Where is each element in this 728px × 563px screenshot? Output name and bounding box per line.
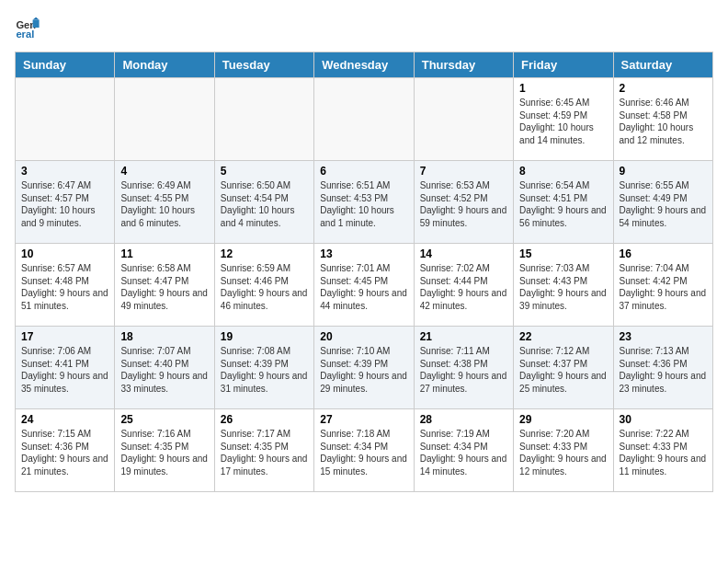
day-info: Sunrise: 7:10 AM Sunset: 4:39 PM Dayligh… — [320, 345, 407, 395]
calendar-cell — [414, 78, 513, 161]
col-header-tuesday: Tuesday — [214, 52, 313, 78]
day-info: Sunrise: 6:57 AM Sunset: 4:48 PM Dayligh… — [21, 262, 108, 312]
calendar-cell: 3Sunrise: 6:47 AM Sunset: 4:57 PM Daylig… — [16, 161, 115, 244]
svg-marker-3 — [33, 17, 40, 20]
day-info: Sunrise: 7:15 AM Sunset: 4:36 PM Dayligh… — [21, 428, 108, 477]
calendar-cell: 17Sunrise: 7:06 AM Sunset: 4:41 PM Dayli… — [16, 327, 115, 409]
calendar-table: SundayMondayTuesdayWednesdayThursdayFrid… — [15, 52, 713, 492]
day-info: Sunrise: 6:53 AM Sunset: 4:52 PM Dayligh… — [420, 179, 507, 229]
day-info: Sunrise: 6:55 AM Sunset: 4:49 PM Dayligh… — [620, 179, 707, 229]
day-info: Sunrise: 6:58 AM Sunset: 4:47 PM Dayligh… — [120, 262, 208, 312]
calendar-header-row: SundayMondayTuesdayWednesdayThursdayFrid… — [16, 52, 713, 78]
day-number: 12 — [221, 247, 308, 260]
day-number: 25 — [120, 413, 208, 426]
calendar-cell — [314, 78, 414, 161]
calendar-cell: 13Sunrise: 7:01 AM Sunset: 4:45 PM Dayli… — [314, 244, 414, 327]
day-info: Sunrise: 7:04 AM Sunset: 4:42 PM Dayligh… — [620, 262, 707, 312]
calendar-week-row: 17Sunrise: 7:06 AM Sunset: 4:41 PM Dayli… — [16, 327, 713, 409]
day-info: Sunrise: 7:13 AM Sunset: 4:36 PM Dayligh… — [620, 345, 707, 395]
day-info: Sunrise: 7:01 AM Sunset: 4:45 PM Dayligh… — [320, 262, 407, 312]
page-header: Gen eral — [15, 15, 713, 40]
col-header-sunday: Sunday — [16, 52, 115, 78]
calendar-cell: 21Sunrise: 7:11 AM Sunset: 4:38 PM Dayli… — [414, 327, 513, 409]
calendar-cell: 10Sunrise: 6:57 AM Sunset: 4:48 PM Dayli… — [16, 244, 115, 327]
calendar-week-row: 3Sunrise: 6:47 AM Sunset: 4:57 PM Daylig… — [16, 161, 713, 244]
day-number: 2 — [620, 82, 707, 95]
day-number: 6 — [320, 165, 407, 178]
calendar-cell: 16Sunrise: 7:04 AM Sunset: 4:42 PM Dayli… — [613, 244, 712, 327]
calendar-cell: 1Sunrise: 6:45 AM Sunset: 4:59 PM Daylig… — [514, 78, 613, 161]
calendar-cell — [115, 78, 214, 161]
calendar-cell: 20Sunrise: 7:10 AM Sunset: 4:39 PM Dayli… — [314, 327, 414, 409]
day-number: 30 — [620, 413, 707, 426]
day-info: Sunrise: 7:11 AM Sunset: 4:38 PM Dayligh… — [420, 345, 507, 395]
day-info: Sunrise: 7:02 AM Sunset: 4:44 PM Dayligh… — [420, 262, 507, 312]
calendar-week-row: 24Sunrise: 7:15 AM Sunset: 4:36 PM Dayli… — [16, 409, 713, 492]
calendar-cell: 4Sunrise: 6:49 AM Sunset: 4:55 PM Daylig… — [115, 161, 214, 244]
day-number: 23 — [620, 330, 707, 343]
day-info: Sunrise: 7:22 AM Sunset: 4:33 PM Dayligh… — [620, 428, 707, 477]
logo-icon: Gen eral — [15, 15, 40, 40]
day-number: 10 — [21, 247, 108, 260]
day-info: Sunrise: 7:07 AM Sunset: 4:40 PM Dayligh… — [120, 345, 208, 395]
day-number: 16 — [620, 247, 707, 260]
calendar-cell — [16, 78, 115, 161]
day-number: 14 — [420, 247, 507, 260]
day-number: 24 — [21, 413, 108, 426]
day-info: Sunrise: 6:59 AM Sunset: 4:46 PM Dayligh… — [221, 262, 308, 312]
day-number: 11 — [120, 247, 208, 260]
calendar-cell: 26Sunrise: 7:17 AM Sunset: 4:35 PM Dayli… — [214, 409, 313, 492]
calendar-cell: 24Sunrise: 7:15 AM Sunset: 4:36 PM Dayli… — [16, 409, 115, 492]
day-info: Sunrise: 6:50 AM Sunset: 4:54 PM Dayligh… — [221, 179, 308, 229]
calendar-cell — [214, 78, 313, 161]
col-header-friday: Friday — [514, 52, 613, 78]
calendar-cell: 18Sunrise: 7:07 AM Sunset: 4:40 PM Dayli… — [115, 327, 214, 409]
calendar-cell: 30Sunrise: 7:22 AM Sunset: 4:33 PM Dayli… — [613, 409, 712, 492]
day-info: Sunrise: 7:03 AM Sunset: 4:43 PM Dayligh… — [519, 262, 607, 312]
day-info: Sunrise: 6:49 AM Sunset: 4:55 PM Dayligh… — [120, 179, 208, 229]
calendar-cell: 27Sunrise: 7:18 AM Sunset: 4:34 PM Dayli… — [314, 409, 414, 492]
calendar-cell: 7Sunrise: 6:53 AM Sunset: 4:52 PM Daylig… — [414, 161, 513, 244]
day-info: Sunrise: 7:19 AM Sunset: 4:34 PM Dayligh… — [420, 428, 507, 477]
day-info: Sunrise: 7:20 AM Sunset: 4:33 PM Dayligh… — [519, 428, 607, 477]
day-info: Sunrise: 7:17 AM Sunset: 4:35 PM Dayligh… — [221, 428, 308, 477]
day-number: 5 — [221, 165, 308, 178]
calendar-cell: 23Sunrise: 7:13 AM Sunset: 4:36 PM Dayli… — [613, 327, 712, 409]
calendar-cell: 28Sunrise: 7:19 AM Sunset: 4:34 PM Dayli… — [414, 409, 513, 492]
calendar-cell: 5Sunrise: 6:50 AM Sunset: 4:54 PM Daylig… — [214, 161, 313, 244]
day-info: Sunrise: 7:08 AM Sunset: 4:39 PM Dayligh… — [221, 345, 308, 395]
day-info: Sunrise: 7:18 AM Sunset: 4:34 PM Dayligh… — [320, 428, 407, 477]
col-header-wednesday: Wednesday — [314, 52, 414, 78]
calendar-week-row: 1Sunrise: 6:45 AM Sunset: 4:59 PM Daylig… — [16, 78, 713, 161]
day-info: Sunrise: 6:51 AM Sunset: 4:53 PM Dayligh… — [320, 179, 407, 229]
logo: Gen eral — [15, 15, 44, 40]
calendar-cell: 19Sunrise: 7:08 AM Sunset: 4:39 PM Dayli… — [214, 327, 313, 409]
day-number: 13 — [320, 247, 407, 260]
day-number: 28 — [420, 413, 507, 426]
day-number: 20 — [320, 330, 407, 343]
day-number: 22 — [519, 330, 607, 343]
day-info: Sunrise: 7:16 AM Sunset: 4:35 PM Dayligh… — [120, 428, 208, 477]
calendar-cell: 15Sunrise: 7:03 AM Sunset: 4:43 PM Dayli… — [514, 244, 613, 327]
col-header-saturday: Saturday — [613, 52, 712, 78]
svg-marker-2 — [33, 20, 40, 28]
svg-text:eral: eral — [16, 29, 34, 40]
day-number: 19 — [221, 330, 308, 343]
day-info: Sunrise: 6:46 AM Sunset: 4:58 PM Dayligh… — [620, 97, 707, 146]
calendar-cell: 22Sunrise: 7:12 AM Sunset: 4:37 PM Dayli… — [514, 327, 613, 409]
calendar-cell: 9Sunrise: 6:55 AM Sunset: 4:49 PM Daylig… — [613, 161, 712, 244]
day-number: 4 — [120, 165, 208, 178]
day-number: 18 — [120, 330, 208, 343]
calendar-cell: 14Sunrise: 7:02 AM Sunset: 4:44 PM Dayli… — [414, 244, 513, 327]
calendar-cell: 25Sunrise: 7:16 AM Sunset: 4:35 PM Dayli… — [115, 409, 214, 492]
day-info: Sunrise: 6:54 AM Sunset: 4:51 PM Dayligh… — [519, 179, 607, 229]
calendar-cell: 2Sunrise: 6:46 AM Sunset: 4:58 PM Daylig… — [613, 78, 712, 161]
calendar-cell: 29Sunrise: 7:20 AM Sunset: 4:33 PM Dayli… — [514, 409, 613, 492]
calendar-cell: 6Sunrise: 6:51 AM Sunset: 4:53 PM Daylig… — [314, 161, 414, 244]
day-number: 9 — [620, 165, 707, 178]
day-number: 3 — [21, 165, 108, 178]
col-header-monday: Monday — [115, 52, 214, 78]
col-header-thursday: Thursday — [414, 52, 513, 78]
day-info: Sunrise: 7:06 AM Sunset: 4:41 PM Dayligh… — [21, 345, 108, 395]
calendar-cell: 11Sunrise: 6:58 AM Sunset: 4:47 PM Dayli… — [115, 244, 214, 327]
